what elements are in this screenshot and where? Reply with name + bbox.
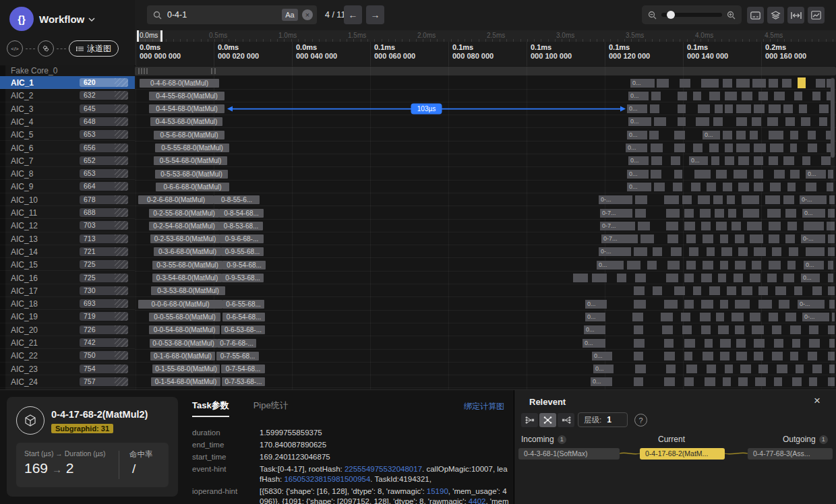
task-block[interactable]: 0... — [628, 117, 651, 126]
task-bar[interactable]: 0-2-53-68-0(MatMul) — [150, 234, 220, 243]
layers-button[interactable] — [767, 7, 784, 24]
task-block[interactable] — [754, 352, 763, 360]
task-block[interactable] — [809, 325, 818, 334]
sidebar-core-row[interactable]: AIC_23754 — [0, 363, 135, 375]
bind-graph-link[interactable]: 绑定计算图 — [464, 401, 504, 412]
task-block[interactable] — [651, 144, 663, 152]
task-block[interactable] — [779, 300, 789, 309]
task-bar[interactable]: 0-0-6-68-0(MatMul) — [138, 300, 222, 309]
task-block[interactable] — [684, 300, 694, 309]
core-count-pill[interactable]: 664 — [80, 182, 128, 191]
task-block[interactable] — [698, 104, 710, 113]
task-block[interactable] — [769, 131, 783, 139]
task-block[interactable] — [769, 79, 778, 88]
task-block[interactable] — [723, 183, 732, 191]
task-block[interactable] — [787, 222, 797, 230]
sidebar-core-row[interactable]: AIC_13713 — [0, 232, 135, 245]
trend-chart-button[interactable] — [808, 7, 825, 24]
task-block[interactable] — [723, 79, 732, 88]
task-block[interactable] — [667, 261, 680, 270]
task-block[interactable] — [794, 286, 802, 295]
task-block[interactable] — [632, 313, 643, 321]
task-block[interactable] — [785, 209, 796, 218]
task-block[interactable] — [736, 117, 747, 126]
task-block[interactable] — [738, 377, 748, 386]
task-block[interactable] — [638, 222, 650, 230]
core-count-pill[interactable]: 742 — [80, 338, 128, 347]
sidebar-core-row[interactable]: AIC_19719 — [0, 310, 135, 323]
task-block[interactable] — [696, 117, 709, 126]
task-block[interactable] — [792, 377, 802, 386]
task-block[interactable] — [728, 209, 736, 218]
task-block[interactable]: 0... — [583, 339, 605, 348]
task-block[interactable] — [651, 92, 661, 100]
trace-row[interactable]: 0-5-53-68-0(MatMul)0...0... — [135, 168, 836, 181]
zoom-slider[interactable] — [661, 13, 722, 17]
task-block[interactable] — [742, 195, 759, 204]
task-block[interactable] — [808, 144, 817, 152]
trace-scrollbar-thumb[interactable] — [831, 78, 835, 158]
task-bar[interactable]: 0-7-54-68... — [221, 365, 265, 373]
task-block[interactable] — [573, 274, 588, 282]
task-bar[interactable]: 0-2-54-68-0(MatMul) — [149, 222, 219, 230]
sidebar-core-row[interactable]: AIC_20726 — [0, 323, 135, 336]
task-block[interactable] — [769, 156, 778, 165]
task-block[interactable] — [703, 261, 713, 270]
core-count-pill[interactable]: 656 — [80, 144, 128, 152]
core-count-pill[interactable]: 719 — [80, 312, 128, 321]
task-block[interactable] — [691, 183, 700, 191]
swimlane-view-button[interactable]: 泳道图 — [69, 40, 119, 57]
incoming-node-pill[interactable]: 0-4-3-68-1(SoftMax) — [518, 448, 620, 460]
task-block[interactable] — [799, 104, 807, 113]
task-block[interactable] — [705, 377, 715, 386]
fit-width-button[interactable] — [787, 7, 804, 24]
task-block[interactable] — [707, 365, 716, 373]
task-block[interactable] — [664, 377, 675, 386]
search-input[interactable]: 0-4-1 — [167, 10, 282, 20]
task-block[interactable]: 0... — [593, 365, 614, 373]
sidebar-core-row[interactable]: AIC_8653 — [0, 167, 135, 180]
task-bar[interactable]: 0-6-54-68... — [222, 313, 265, 321]
task-block[interactable] — [774, 170, 785, 179]
task-block[interactable] — [701, 325, 711, 334]
core-count-pill[interactable]: 653 — [80, 169, 128, 178]
task-block[interactable] — [743, 209, 759, 218]
task-block[interactable] — [769, 313, 778, 321]
task-block[interactable] — [674, 286, 685, 295]
close-icon[interactable]: × — [814, 394, 820, 408]
task-block[interactable] — [707, 247, 715, 256]
task-block[interactable] — [634, 247, 647, 256]
task-block[interactable] — [700, 313, 711, 321]
sidebar-core-row[interactable]: AIC_6656 — [0, 141, 135, 154]
task-block[interactable] — [796, 365, 804, 373]
task-block[interactable] — [808, 131, 816, 139]
sidebar-core-row[interactable]: AIC_16725 — [0, 272, 135, 284]
trace-row[interactable]: 0-3-54-68-0(MatMul)0-9-53-68...0... — [135, 272, 836, 284]
core-count-pill[interactable]: 648 — [80, 117, 128, 126]
task-block[interactable] — [790, 170, 800, 179]
sidebar-core-row[interactable]: AIC_12703 — [0, 219, 135, 232]
task-block[interactable] — [785, 234, 795, 243]
task-bar[interactable]: 0-4-53-68-0(MatMul) — [150, 117, 222, 126]
task-block[interactable] — [634, 352, 643, 360]
task-block[interactable]: 0... — [628, 92, 649, 100]
task-bar[interactable]: 0-8-55-6... — [214, 195, 260, 204]
task-block[interactable] — [754, 339, 765, 348]
core-count-pill[interactable]: 693 — [80, 299, 128, 308]
task-block[interactable] — [735, 234, 744, 243]
task-bar[interactable]: 0-3-53-68-0(MatMul) — [151, 286, 225, 295]
task-block[interactable] — [816, 79, 825, 88]
task-block[interactable] — [783, 274, 794, 282]
task-bar[interactable]: 0-3-54-68-0(MatMul) — [152, 274, 222, 282]
task-block[interactable] — [765, 195, 780, 204]
task-block[interactable] — [740, 365, 751, 373]
graph-stage-icon[interactable] — [38, 40, 54, 57]
task-bar[interactable]: 0-5-53-68-0(MatMul) — [155, 170, 228, 179]
task-block[interactable] — [634, 339, 645, 348]
sidebar-core-row[interactable]: AIC_7652 — [0, 154, 135, 167]
task-block[interactable] — [738, 247, 748, 256]
task-block[interactable]: 0-... — [599, 195, 632, 204]
minimap-brush-handle-right[interactable] — [160, 30, 162, 42]
task-block[interactable] — [785, 117, 795, 126]
task-block[interactable] — [694, 170, 711, 179]
